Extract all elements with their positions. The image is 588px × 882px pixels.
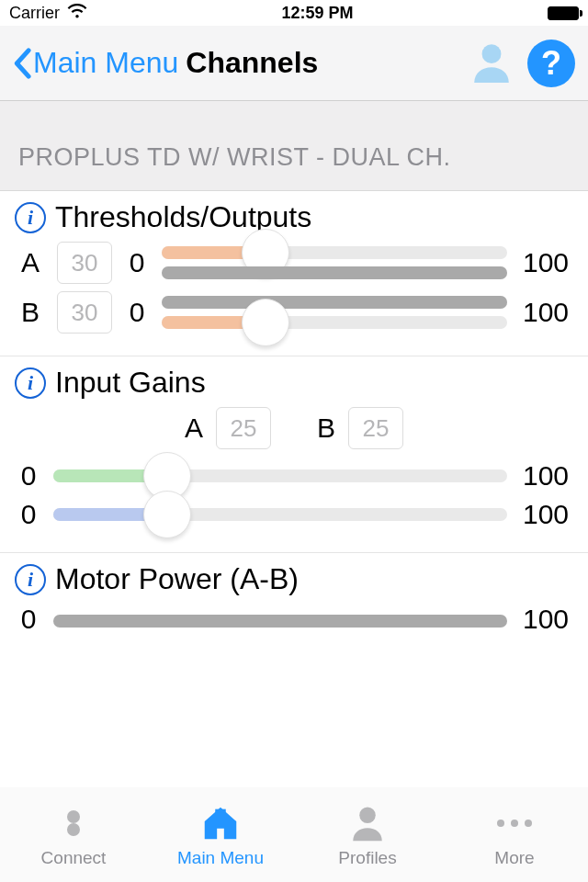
max-label: 100 [518, 604, 573, 635]
plug-icon [54, 802, 93, 844]
channel-label-b: B [15, 297, 46, 328]
main-content: PROPLUS TD W/ WRIST - DUAL CH. i Thresho… [0, 101, 588, 786]
page-title: Channels [186, 46, 318, 80]
tab-label: More [494, 848, 534, 868]
max-label: 100 [518, 499, 573, 530]
home-icon [199, 802, 242, 844]
max-label: 100 [518, 247, 573, 278]
motor-slider-row: 0 100 [15, 604, 573, 635]
svg-rect-2 [64, 820, 83, 839]
tab-profiles[interactable]: Profiles [294, 787, 441, 882]
min-label: 0 [15, 460, 42, 492]
more-icon [493, 802, 536, 844]
tab-label: Profiles [338, 848, 396, 868]
svg-rect-3 [215, 808, 226, 812]
slider-threshold-a-bottom[interactable] [162, 266, 507, 279]
help-button[interactable]: ? [527, 40, 575, 87]
svg-point-5 [497, 820, 504, 827]
channel-label-a: A [15, 247, 46, 278]
clock-label: 12:59 PM [281, 4, 353, 23]
slider-gain-b[interactable] [53, 508, 507, 521]
nav-bar: Main Menu Channels ? [0, 26, 588, 101]
gain-slider-b-row: 0 100 [15, 499, 573, 530]
slider-threshold-b-bottom[interactable] [162, 316, 507, 329]
gain-value-row: A 25 B 25 [15, 407, 573, 449]
profile-icon[interactable] [469, 39, 514, 88]
person-icon [348, 802, 387, 844]
slider-threshold-b-top[interactable] [162, 296, 507, 309]
svg-point-7 [525, 820, 532, 827]
info-icon[interactable]: i [15, 564, 46, 595]
gain-a-value[interactable]: 25 [216, 407, 271, 449]
max-label: 100 [518, 460, 573, 492]
wifi-icon [67, 4, 87, 23]
device-name: PROPLUS TD W/ WRIST - DUAL CH. [0, 101, 588, 191]
tab-more[interactable]: More [441, 787, 588, 882]
threshold-row-b: B 30 0 100 [15, 291, 573, 334]
threshold-a-value[interactable]: 30 [57, 242, 112, 284]
tab-label: Connect [41, 848, 107, 868]
max-label: 100 [518, 297, 573, 328]
gain-slider-a-row: 0 100 [15, 460, 573, 492]
tab-connect[interactable]: Connect [0, 787, 147, 882]
section-motor-power: i Motor Power (A-B) 0 100 [0, 553, 588, 657]
slider-gain-a[interactable] [53, 469, 507, 482]
battery-icon [548, 6, 579, 20]
section-thresholds: i Thresholds/Outputs A 30 0 100 B 30 0 [0, 191, 588, 356]
slider-motor[interactable] [53, 615, 507, 628]
gain-label-a: A [185, 413, 203, 444]
section-input-gains: i Input Gains A 25 B 25 0 100 0 [0, 356, 588, 553]
threshold-b-value[interactable]: 30 [57, 291, 112, 334]
section-title: Thresholds/Outputs [55, 200, 311, 234]
slider-threshold-a-top[interactable] [162, 246, 507, 259]
back-label: Main Menu [33, 46, 178, 80]
min-label: 0 [123, 297, 151, 328]
tab-bar: Connect Main Menu Profiles More [0, 786, 588, 882]
min-label: 0 [15, 499, 42, 530]
min-label: 0 [15, 604, 42, 635]
status-bar: Carrier 12:59 PM [0, 0, 588, 26]
min-label: 0 [123, 247, 151, 278]
back-button[interactable]: Main Menu [13, 46, 178, 80]
threshold-row-a: A 30 0 100 [15, 242, 573, 284]
section-title: Input Gains [55, 366, 206, 400]
carrier-label: Carrier [9, 4, 60, 23]
section-title: Motor Power (A-B) [55, 562, 299, 596]
svg-point-0 [482, 44, 502, 63]
svg-point-6 [511, 820, 518, 827]
tab-main-menu[interactable]: Main Menu [147, 787, 294, 882]
svg-point-4 [359, 807, 376, 823]
tab-label: Main Menu [177, 848, 264, 868]
svg-rect-1 [64, 808, 83, 826]
gain-b-value[interactable]: 25 [348, 407, 403, 449]
info-icon[interactable]: i [15, 202, 46, 233]
info-icon[interactable]: i [15, 368, 46, 399]
gain-label-b: B [317, 413, 335, 444]
